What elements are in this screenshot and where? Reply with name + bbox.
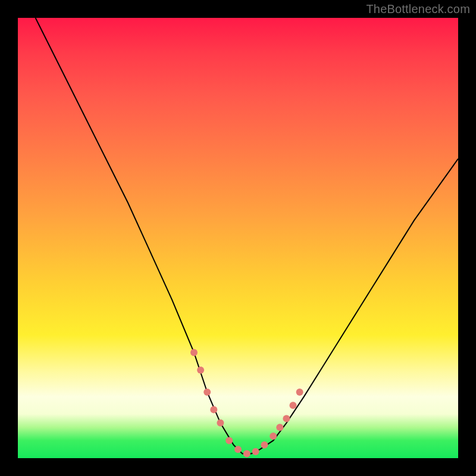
- highlight-dot: [197, 367, 204, 374]
- chart-frame: TheBottleneck.com: [0, 0, 476, 476]
- plot-area: [18, 18, 458, 458]
- bottleneck-curve: [36, 18, 458, 454]
- highlight-dot: [203, 389, 211, 396]
- highlight-dot: [290, 402, 297, 409]
- highlight-dot: [252, 448, 259, 455]
- highlight-dot: [283, 415, 290, 422]
- highlight-dots: [190, 349, 303, 457]
- highlight-dot: [261, 441, 268, 449]
- highlight-dot: [270, 433, 277, 440]
- highlight-dot: [296, 389, 303, 396]
- watermark-text: TheBottleneck.com: [366, 2, 470, 16]
- highlight-dot: [190, 349, 198, 356]
- highlight-dot: [210, 406, 217, 414]
- curve-layer: [18, 18, 458, 458]
- bottleneck-curve-path: [36, 18, 458, 454]
- highlight-dot: [276, 424, 283, 431]
- highlight-dot: [234, 446, 242, 453]
- highlight-dot: [243, 450, 250, 458]
- highlight-dot: [226, 437, 233, 444]
- highlight-dot: [217, 419, 224, 427]
